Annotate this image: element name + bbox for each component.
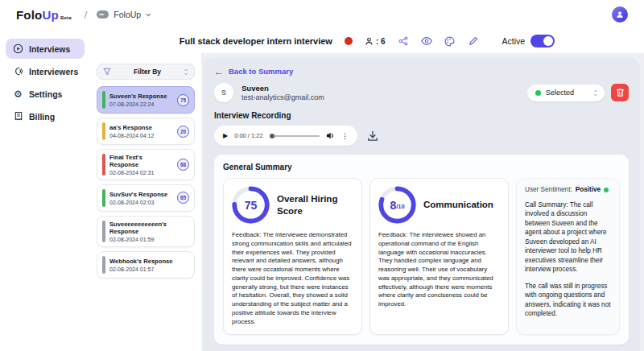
recording-player-row: ▶ 0:00 / 1:22 ⋮ — [214, 126, 629, 146]
call-summary-card: User Sentiment: Positive Call Summary: T… — [516, 178, 620, 335]
org-logo — [97, 10, 109, 19]
response-list-item[interactable]: SuvSuv's Response 02-08-2024 02:03 65 — [97, 184, 195, 212]
general-summary-title: General Summary — [223, 163, 620, 171]
share-icon[interactable] — [398, 35, 409, 47]
palette-icon[interactable] — [444, 35, 456, 47]
overall-hiring-score-card: 75 Overall Hiring Score Feedback: The in… — [223, 178, 362, 335]
download-icon[interactable] — [367, 130, 378, 142]
back-arrow-icon: ← — [214, 68, 224, 76]
beta-badge: Beta — [60, 15, 72, 20]
play-circle-icon — [13, 43, 23, 54]
candidate-avatar: S — [214, 83, 233, 102]
response-detail-panel: ← Back to Summary S Suveen test-analytic… — [203, 58, 640, 351]
interview-toolbar: Full stack developer intern interview : … — [90, 29, 644, 53]
respondent-count-value: : 6 — [376, 37, 386, 46]
response-list-item[interactable]: Suveen's Response 07-08-2024 22:24 75 — [97, 86, 195, 114]
status-bar — [102, 91, 105, 109]
active-label: Active — [502, 36, 526, 46]
sentiment-label: User Sentiment: — [525, 186, 572, 193]
voice-icon — [13, 66, 23, 76]
score-ring: 75 — [232, 186, 270, 224]
preview-eye-icon[interactable] — [421, 35, 432, 47]
response-name: Suveen's Response — [109, 93, 173, 100]
status-dot — [535, 90, 541, 96]
volume-icon[interactable] — [326, 131, 335, 140]
seek-bar[interactable] — [270, 135, 320, 137]
call-summary-paragraph: The call was still in progress with ongo… — [525, 282, 611, 319]
play-button[interactable]: ▶ — [223, 132, 228, 139]
user-avatar[interactable] — [612, 6, 628, 23]
score-badge: 65 — [177, 192, 189, 204]
sentiment-dot — [604, 188, 609, 192]
score-value: 75 — [232, 186, 270, 224]
audio-player: ▶ 0:00 / 1:22 ⋮ — [214, 126, 357, 146]
player-menu-icon[interactable]: ⋮ — [341, 132, 349, 140]
sidebar-item-interviews[interactable]: Interviews — [6, 39, 85, 59]
sidebar-item-label: Settings — [29, 89, 62, 99]
score-ring: 8/10 — [378, 186, 416, 224]
delete-response-button[interactable] — [611, 84, 629, 101]
status-bar — [102, 256, 105, 274]
logo-text-part2: Up — [42, 8, 58, 22]
sidebar: Interviews Interviewers ⚙ Settings Billi… — [0, 29, 90, 351]
top-bar: FoloUp Beta / FoloUp — [0, 0, 644, 29]
response-name: Final Test's Response — [109, 154, 173, 169]
filter-by-select[interactable]: Filter By — [97, 64, 195, 80]
response-date: 02-08-2024 01:59 — [109, 237, 189, 242]
response-date: 02-08-2024 02:03 — [109, 200, 173, 205]
score-card-label: Overall Hiring Score — [277, 193, 353, 217]
logo[interactable]: FoloUp Beta — [16, 8, 72, 22]
recording-title: Interview Recording — [214, 111, 629, 120]
response-date: 02-08-2024 02:31 — [109, 170, 173, 176]
person-icon — [615, 10, 625, 19]
active-toggle[interactable] — [530, 35, 555, 47]
back-label: Back to Summary — [229, 67, 293, 76]
response-name: SuvSuv's Response — [109, 191, 173, 198]
response-list-item[interactable]: Final Test's Response 02-08-2024 02:31 6… — [97, 149, 195, 180]
org-name: FoloUp — [114, 10, 141, 19]
sidebar-item-interviewers[interactable]: Interviewers — [6, 61, 85, 81]
score-badge: 68 — [177, 159, 189, 171]
status-value: Selected — [546, 89, 588, 97]
response-list-item[interactable]: Webhook's Response 02-08-2024 01:57 — [97, 251, 195, 279]
org-switcher[interactable]: FoloUp — [97, 10, 151, 19]
gear-icon: ⚙ — [13, 89, 23, 99]
score-badge: 20 — [177, 126, 189, 138]
select-chevrons-icon — [593, 89, 598, 97]
receipt-icon — [13, 111, 23, 122]
response-date: 04-08-2024 04:12 — [109, 133, 173, 138]
response-name: Webhook's Response — [109, 258, 189, 265]
sidebar-item-billing[interactable]: Billing — [6, 106, 85, 126]
funnel-icon — [103, 68, 111, 76]
trash-icon — [616, 88, 625, 97]
back-to-summary-link[interactable]: ← Back to Summary — [214, 67, 629, 76]
call-summary-paragraph: Call Summary: The call involved a discus… — [525, 200, 611, 275]
player-time: 0:00 / 1:22 — [234, 132, 262, 139]
active-toggle-group: Active — [502, 35, 555, 47]
sidebar-item-settings[interactable]: ⚙ Settings — [6, 84, 85, 104]
score-value: 8/10 — [378, 186, 416, 224]
response-list-item[interactable]: aa's Response 04-08-2024 04:12 20 — [97, 118, 195, 145]
seek-handle[interactable] — [270, 134, 275, 138]
score-badge: 75 — [177, 94, 189, 106]
score-feedback: Feedback: The interviewee showed an oper… — [378, 231, 500, 309]
candidate-status-select[interactable]: Selected — [527, 85, 605, 101]
sidebar-item-label: Interviews — [29, 44, 70, 54]
responses-panel: Filter By Suveen's Response 07-08-2024 2… — [90, 53, 201, 351]
summary-cards-row: 75 Overall Hiring Score Feedback: The in… — [223, 178, 620, 335]
sentiment-value: Positive — [576, 186, 601, 193]
score-card-label: Communication — [423, 199, 493, 210]
status-bar — [102, 189, 105, 207]
sidebar-item-label: Billing — [29, 112, 55, 122]
filter-label: Filter By — [111, 68, 184, 76]
respondent-count: : 6 — [365, 37, 386, 46]
edit-pencil-icon[interactable] — [468, 35, 479, 47]
response-name: Suveeeeeeeeeeen's Response — [109, 221, 189, 236]
response-name: aa's Response — [109, 124, 173, 131]
score-feedback: Feedback: The interviewee demonstrated s… — [232, 231, 353, 326]
response-list-item[interactable]: Suveeeeeeeeeeen's Response 02-08-2024 01… — [97, 216, 195, 247]
breadcrumb-separator: / — [85, 9, 88, 21]
logo-text-part1: Folo — [16, 8, 42, 22]
status-bar — [102, 154, 105, 176]
status-bar — [102, 122, 105, 140]
